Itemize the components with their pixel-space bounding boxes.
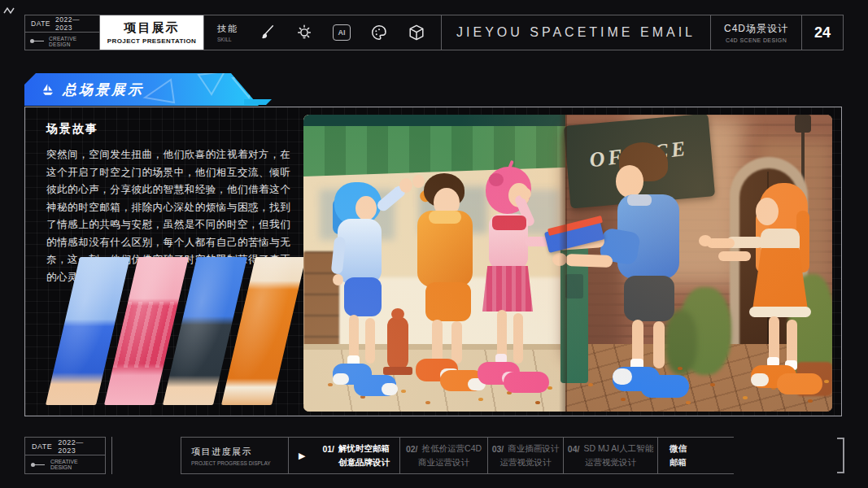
tab-project-presentation[interactable]: 项目展示 PROJECT PRESENTATION: [100, 15, 204, 50]
bulb-icon: [295, 24, 313, 41]
banner-tail: [244, 99, 272, 105]
progress-label: 项目进度展示 PROJECT PROGRESS DISPLAY: [181, 437, 289, 474]
cube-icon: [408, 24, 425, 41]
brand-label: CREATIVE DESIGN: [49, 36, 94, 47]
main-title: JIEYOU SPACETIME EMAIL: [442, 15, 711, 50]
item-num: 04/: [568, 444, 580, 454]
left-arrow-icon: [32, 464, 45, 465]
right-bracket-decoration: [837, 438, 844, 473]
date-value: 2022—2023: [55, 15, 94, 32]
story-title: 场景故事: [46, 122, 290, 137]
warm-light-overlay: [303, 115, 832, 412]
item-line1: SD MJ AI人工智能: [583, 443, 653, 455]
palette-icon: [370, 24, 388, 41]
progress-item-03[interactable]: 03/商业插画设计 运营视觉设计: [487, 437, 564, 474]
pleats: [112, 302, 178, 368]
divider-tick: [111, 437, 112, 474]
date-box: DATE 2022—2023 CREATIVE DESIGN: [25, 15, 100, 50]
progress-strip: 项目进度展示 PROJECT PROGRESS DISPLAY ▶ 01/解忧时…: [181, 437, 734, 474]
banner-label: 总场景展示: [63, 81, 144, 99]
top-bar: DATE 2022—2023 CREATIVE DESIGN 项目展示 PROJ…: [24, 15, 844, 50]
play-icon: ▶: [299, 451, 305, 461]
item-line1: 抢低价运营C4D: [422, 443, 482, 455]
date-label: DATE: [31, 20, 50, 28]
left-arrow-icon: [31, 41, 44, 41]
item-line2: 商业运营设计: [418, 457, 469, 468]
item-line2: 运营视觉设计: [585, 457, 636, 468]
progress-item-04[interactable]: 04/SD MJ AI人工智能 运营视觉设计: [563, 437, 658, 474]
subtitle-en: C4D SCENE DESIGN: [726, 37, 787, 43]
progress-item-02[interactable]: 02/抢低价运营C4D 商业运营设计: [399, 437, 488, 474]
tab-title-en: PROJECT PRESENTATION: [107, 37, 197, 45]
skill-box: 技能 SKILL AI: [204, 15, 442, 50]
brush-icon: [258, 24, 276, 41]
page-number: 24: [802, 15, 843, 50]
date-label: DATE: [32, 442, 52, 451]
skill-label-cn: 技能: [217, 23, 238, 35]
subtitle-box: C4D场景设计 C4D SCENE DESIGN: [711, 15, 802, 50]
subtitle-cn: C4D场景设计: [724, 22, 788, 36]
item-num: 03/: [492, 444, 504, 454]
item-line2: 邮箱: [670, 457, 687, 468]
item-line1: 商业插画设计: [508, 443, 559, 455]
progress-item-05-clipped[interactable]: 微信 邮箱: [657, 437, 734, 474]
brand-label: CREATIVE DESIGN: [50, 459, 98, 470]
item-line2: 运营视觉设计: [500, 457, 552, 468]
skill-label-en: SKILL: [217, 37, 238, 42]
item-line1: 微信: [670, 443, 687, 455]
main-title-text: JIEYOU SPACETIME EMAIL: [456, 25, 696, 40]
slide: DATE 2022—2023 CREATIVE DESIGN 项目展示 PROJ…: [0, 0, 868, 488]
thumbnail-strip: [50, 257, 286, 405]
date-box-bottom: DATE 2022—2023 CREATIVE DESIGN: [24, 437, 106, 474]
section-banner: 总场景展示: [24, 73, 259, 106]
item-line1: 解忧时空邮箱: [338, 443, 390, 455]
progress-cn: 项目进度展示: [191, 446, 252, 458]
content-panel: 场景故事 突然间，空间发生扭曲，他们欣喜的注视着对方，在这个开启了时空之门的场景…: [24, 107, 842, 416]
ai-label: AI: [333, 24, 351, 41]
scene-photo[interactable]: OFFICE HOUSE: [303, 115, 832, 412]
progress-item-01[interactable]: ▶ 01/解忧时空邮箱 创意品牌设计: [288, 437, 400, 474]
ai-icon: AI: [333, 24, 351, 41]
tab-title-cn: 项目展示: [124, 20, 180, 36]
item-line2: 创意品牌设计: [338, 457, 390, 468]
progress-en: PROJECT PROGRESS DISPLAY: [191, 460, 271, 466]
sailboat-icon: [41, 82, 55, 97]
item-num: 02/: [406, 444, 418, 454]
corner-squiggle-icon: [3, 6, 15, 15]
item-num: 01/: [322, 444, 334, 454]
date-value: 2022—2023: [58, 438, 98, 455]
